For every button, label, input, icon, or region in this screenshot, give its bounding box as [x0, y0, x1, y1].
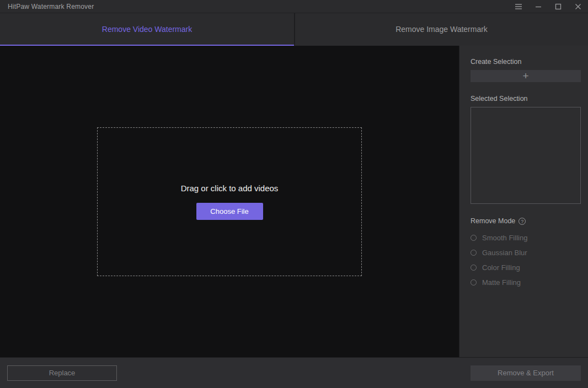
radio-gaussian-blur[interactable]: Gaussian Blur: [471, 249, 581, 256]
add-selection-button[interactable]: +: [471, 70, 581, 82]
window-title: HitPaw Watermark Remover: [8, 3, 94, 10]
selected-selection-label: Selected Selection: [471, 95, 581, 103]
radio-label: Matte Filling: [482, 278, 521, 287]
selected-selection-list[interactable]: [471, 107, 581, 204]
app-window: HitPaw Watermark Remover Remove Video Wa…: [0, 0, 588, 388]
radio-matte-filling[interactable]: Matte Filling: [471, 279, 581, 286]
plus-icon: +: [522, 70, 528, 82]
radio-icon: [471, 265, 477, 271]
window-controls: [514, 2, 582, 11]
radio-label: Color Filling: [482, 263, 520, 272]
content-area: Drag or click to add videos Choose File …: [0, 46, 588, 357]
remove-mode-options: Smooth Filling Gaussian Blur Color Filli…: [471, 234, 581, 286]
tabbar: Remove Video Watermark Remove Image Wate…: [0, 13, 588, 46]
radio-icon: [471, 235, 477, 241]
replace-button[interactable]: Replace: [7, 365, 117, 381]
tab-remove-video-watermark[interactable]: Remove Video Watermark: [0, 13, 294, 46]
tab-label: Remove Video Watermark: [102, 25, 192, 34]
radio-label: Smooth Filling: [482, 234, 527, 242]
choose-file-button[interactable]: Choose File: [196, 203, 263, 220]
dropzone-message: Drag or click to add videos: [181, 184, 279, 193]
create-selection-label: Create Selection: [471, 58, 581, 66]
tab-remove-image-watermark[interactable]: Remove Image Watermark: [294, 13, 588, 46]
remove-export-button[interactable]: Remove & Export: [471, 365, 581, 381]
video-dropzone[interactable]: Drag or click to add videos Choose File: [97, 127, 362, 276]
radio-icon: [471, 279, 477, 285]
titlebar: HitPaw Watermark Remover: [0, 0, 588, 13]
radio-color-filling[interactable]: Color Filling: [471, 264, 581, 271]
footer-bar: Replace Remove & Export: [0, 357, 588, 388]
remove-mode-label: Remove Mode: [471, 217, 515, 225]
radio-label: Gaussian Blur: [482, 249, 527, 257]
radio-smooth-filling[interactable]: Smooth Filling: [471, 234, 581, 241]
menu-icon[interactable]: [514, 2, 523, 11]
sidebar: Create Selection + Selected Selection Re…: [459, 46, 588, 357]
remove-mode-header: Remove Mode ?: [471, 217, 581, 225]
maximize-icon[interactable]: [554, 2, 563, 11]
tab-label: Remove Image Watermark: [395, 25, 488, 34]
main-panel: Drag or click to add videos Choose File: [0, 46, 459, 357]
radio-icon: [471, 250, 477, 256]
minimize-icon[interactable]: [534, 2, 543, 11]
close-icon[interactable]: [574, 2, 582, 11]
help-icon[interactable]: ?: [518, 218, 526, 225]
